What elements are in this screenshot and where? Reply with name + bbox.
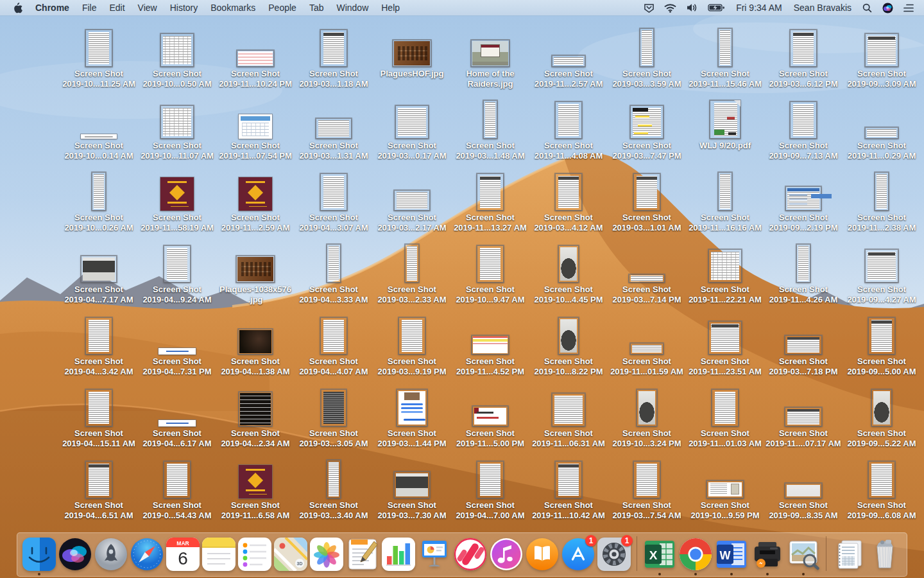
volume-icon[interactable] [681,3,703,12]
desktop-icon[interactable]: Screen Shot2019-10...11.07 AM [138,90,216,162]
dock-siri-icon[interactable] [58,538,92,571]
desktop-icon[interactable]: PlaguesHOF.jpg [373,18,451,90]
siri-icon[interactable] [877,3,898,13]
dock-chrome-icon[interactable] [679,538,712,571]
desktop-icon[interactable]: Screen Shot2019-10...0.50 AM [138,18,216,90]
desktop-icon[interactable]: Screen Shot2019-09...5.22 AM [843,378,921,450]
desktop-icon[interactable]: Screen Shot2019-09...4.27 AM [843,234,921,306]
desktop-icon[interactable]: Screen Shot2019-09...8.35 AM [764,450,843,521]
desktop-icon[interactable]: Screen Shot2019-09...2.19 PM [764,162,843,234]
desktop-icon[interactable]: Screen Shot2019-03...1.44 PM [373,378,451,450]
desktop-icon[interactable]: Screen Shot2019-04...15.11 AM [60,378,138,450]
desktop-icon[interactable]: Screen Shot2019-10...9.47 AM [451,234,529,306]
desktop-icon[interactable]: Screen Shot2019-03...1.01 AM [608,162,686,234]
dock-safari-icon[interactable] [130,538,164,571]
dock-calendar-icon[interactable]: MAR6 [166,538,200,571]
dock-word-icon[interactable]: W [715,538,748,571]
notification-center-icon[interactable] [898,4,919,12]
desktop-icon[interactable]: Screen Shot2019-11...23.51 AM [686,306,764,378]
desktop-icon[interactable]: Screen Shot2019-11...13.27 AM [451,162,529,234]
dock-system-preferences-icon[interactable]: 1 [597,538,631,571]
desktop-icon[interactable]: Screen Shot2019-11...07.54 PM [216,90,295,162]
dock-numbers-icon[interactable] [382,538,415,571]
desktop-icon[interactable]: Screen Shot2019-03...0.17 AM [373,90,451,162]
dock-reminders-icon[interactable] [238,538,271,571]
desktop-icon[interactable]: Screen Shot2019-03...6.12 PM [764,18,843,90]
dock-keynote-icon[interactable] [418,538,451,571]
desktop-icon[interactable]: Screen Shot2019-11...01.03 AM [686,378,764,450]
desktop-icon[interactable]: Screen Shot2019-03...3.59 AM [608,18,686,90]
desktop-icon[interactable]: Screen Shot2019-11...01.59 AM [608,306,686,378]
spotlight-search-icon[interactable] [857,3,877,13]
desktop-icon[interactable]: Screen Shot2019-11...10.42 AM [529,450,608,521]
desktop-icon[interactable]: Screen Shot2019-03...7.30 AM [373,450,451,521]
desktop-icon[interactable]: Screen Shot2019-11...10.24 PM [216,18,295,90]
dock-itunes-icon[interactable] [490,538,523,571]
desktop-icon[interactable]: Screen Shot2019-11...2.57 AM [529,18,608,90]
desktop-icon[interactable]: Screen Shot2019-11...4.26 AM [764,234,843,306]
desktop-icon[interactable]: Screen Shot2019-11...5.00 PM [451,378,529,450]
dock-finder-icon[interactable] [22,538,56,571]
dock-printer-icon[interactable] [751,538,784,571]
desktop-icon[interactable]: Screen Shot2019-11...0.29 AM [843,90,921,162]
desktop-icon[interactable]: Screen Shot2019-03...3.40 AM [295,450,373,521]
dock-books-icon[interactable] [526,538,559,571]
dock-launchpad-icon[interactable] [94,538,128,571]
desktop-icon[interactable]: Screen Shot2019-03...7.18 PM [764,306,843,378]
desktop-icon[interactable]: Screen Shot2019-04...7.31 PM [138,306,216,378]
menu-item-history[interactable]: History [164,3,205,13]
desktop-icon[interactable]: Screen Shot2019-04...7.00 AM [451,450,529,521]
battery-charging-icon[interactable] [703,3,730,12]
desktop-icon[interactable]: Screen Shot2019-03...1.48 AM [451,90,529,162]
desktop-icon[interactable]: Screen Shot2019-03...7.47 PM [608,90,686,162]
desktop-icon[interactable]: Screen Shot2019-04...3.42 AM [60,306,138,378]
menu-app-name[interactable]: Chrome [29,3,76,13]
desktop-icon[interactable]: Screen Shot2019-10...4.45 PM [529,234,608,306]
desktop-icon[interactable]: Screen Shot2019-03...3.05 AM [295,378,373,450]
desktop-icon[interactable]: Screen Shot2019-10...3.24 PM [608,378,686,450]
desktop-icon[interactable]: Screen Shot2019-10...9.59 PM [686,450,764,521]
dock-pages-icon[interactable] [346,538,379,571]
malwarebytes-icon[interactable] [639,3,659,13]
desktop-icon[interactable]: Screen Shot2019-11...22.21 AM [686,234,764,306]
desktop-icon[interactable]: Screen Shot2019-10...0.14 AM [60,90,138,162]
apple-menu-icon[interactable] [6,3,29,13]
menu-user-name[interactable]: Sean Bravakis [788,3,857,13]
desktop-icon[interactable]: Screen Shot2019-03...2.33 AM [373,234,451,306]
desktop-icon[interactable]: Screen Shot2019-11...16.16 AM [686,162,764,234]
desktop-icon[interactable]: Screen Shot2019-11....07.17 AM [764,378,843,450]
desktop-icon[interactable]: Home of theRaiders.jpg [451,18,529,90]
dock-news-icon[interactable] [454,538,487,571]
desktop-icon[interactable]: Screen Shot2019-04...3.33 AM [295,234,373,306]
menu-item-window[interactable]: Window [330,3,375,13]
desktop-icon[interactable]: Screen Shot2019-11...06.31 AM [529,378,608,450]
desktop-icon[interactable]: Screen Shot2019-0...54.43 AM [138,450,216,521]
menu-item-bookmarks[interactable]: Bookmarks [204,3,262,13]
dock-documents-stack-icon[interactable] [832,538,866,571]
dock-maps-icon[interactable]: 3D [274,538,307,571]
desktop-icon[interactable]: Screen Shot2019-04...4.07 AM [295,306,373,378]
desktop-icon[interactable]: Screen Shot2019-10...0.26 AM [60,162,138,234]
desktop-icon[interactable]: Screen Shot2019-04...6.17 AM [138,378,216,450]
desktop-icon[interactable]: Screen Shot2019-04...2.34 AM [216,378,295,450]
desktop[interactable]: ChromeFileEditViewHistoryBookmarksPeople… [0,0,924,578]
menu-item-view[interactable]: View [132,3,164,13]
desktop-icon[interactable]: Screen Shot2019-04...3.07 AM [295,162,373,234]
desktop-icon[interactable]: Screen Shot2019-11...6.58 AM [216,450,295,521]
desktop-icon[interactable]: Screen Shot2019-03...4.12 AM [529,162,608,234]
desktop-icon[interactable]: Screen Shot2019-04...9.24 AM [138,234,216,306]
menu-item-tab[interactable]: Tab [303,3,330,13]
desktop-icon[interactable]: Screen Shot2019-11...2.59 AM [216,162,295,234]
menu-item-file[interactable]: File [76,3,103,13]
desktop-icon[interactable]: Screen Shot2019-11...15.46 AM [686,18,764,90]
dock-excel-icon[interactable]: X [643,538,676,571]
desktop-icon[interactable]: Screen Shot2019-11...2.38 AM [843,162,921,234]
desktop-icon[interactable]: Screen Shot2019-03...1.18 AM [295,18,373,90]
desktop-icon[interactable]: Screen Shot2019-11...58.19 AM [138,162,216,234]
menu-item-edit[interactable]: Edit [103,3,131,13]
desktop-icon[interactable]: Screen Shot2019-09...3.09 AM [843,18,921,90]
desktop-icon[interactable]: Screen Shot2019-03...2.17 AM [373,162,451,234]
dock-preview-icon[interactable] [787,538,820,571]
desktop-icon[interactable]: WLJ 9/20.pdf [686,90,764,162]
desktop-icon[interactable]: Screen Shot2019-11...4.08 AM [529,90,608,162]
